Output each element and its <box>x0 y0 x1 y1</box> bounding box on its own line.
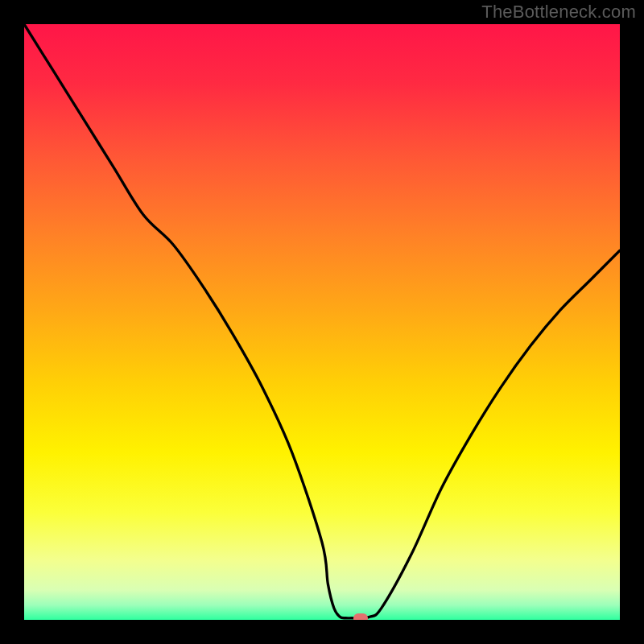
watermark-text: TheBottleneck.com <box>481 2 636 23</box>
chart-frame: TheBottleneck.com <box>0 0 644 644</box>
bottleneck-curve <box>24 24 620 620</box>
plot-area <box>24 24 620 620</box>
optimal-marker <box>353 613 368 620</box>
